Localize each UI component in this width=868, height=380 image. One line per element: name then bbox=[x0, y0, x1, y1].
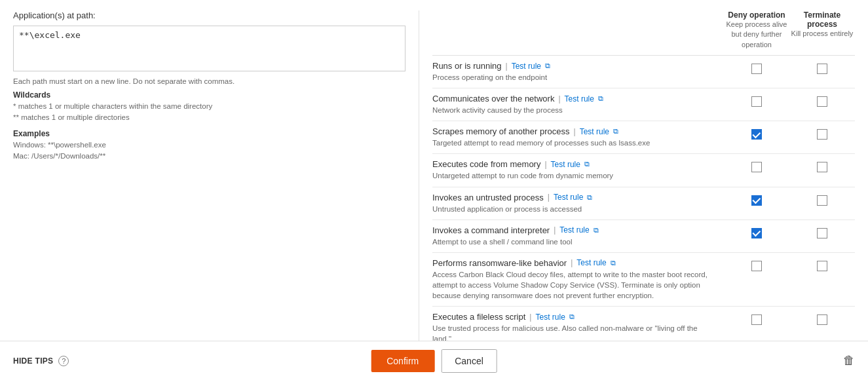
example-line-2: Mac: /Users/*/Downloads/** bbox=[13, 151, 406, 162]
test-rule-link-0[interactable]: Test rule bbox=[512, 62, 541, 71]
rule-checkboxes-0 bbox=[724, 61, 855, 74]
terminate-subtitle: Kill process entirely bbox=[789, 29, 855, 39]
separator-2: | bbox=[574, 127, 576, 136]
rule-name-text-0: Runs or is running bbox=[432, 61, 502, 71]
deny-subtitle: Keep process alive but deny further oper… bbox=[724, 20, 789, 50]
deny-cell-1[interactable] bbox=[724, 95, 789, 107]
rule-name-6: Performs ransomware-like behavior | Test… bbox=[432, 258, 717, 268]
deny-checkbox-7[interactable] bbox=[751, 314, 762, 325]
wildcard-line-1: * matches 1 or multiple characters withi… bbox=[13, 101, 406, 112]
delete-icon[interactable]: 🗑 bbox=[843, 354, 855, 368]
deny-cell-0[interactable] bbox=[724, 62, 789, 74]
ext-link-icon-0[interactable]: ⧉ bbox=[545, 62, 550, 70]
cancel-button[interactable]: Cancel bbox=[441, 349, 497, 373]
test-rule-link-1[interactable]: Test rule bbox=[565, 94, 594, 104]
terminate-title: Terminate process bbox=[789, 10, 855, 29]
deny-checkbox-5[interactable] bbox=[751, 228, 762, 238]
deny-cell-7[interactable] bbox=[724, 313, 789, 325]
terminate-cell-5[interactable] bbox=[789, 227, 855, 238]
terminate-checkbox-5[interactable] bbox=[817, 228, 827, 238]
terminate-cell-3[interactable] bbox=[789, 161, 855, 172]
rule-name-7: Executes a fileless script | Test rule ⧉ bbox=[432, 312, 717, 322]
separator-1: | bbox=[558, 94, 560, 104]
terminate-cell-6[interactable] bbox=[789, 259, 855, 271]
deny-checkbox-0[interactable] bbox=[751, 64, 762, 74]
columns-header: Deny operation Keep process alive but de… bbox=[432, 10, 855, 56]
rule-checkboxes-6 bbox=[724, 258, 855, 271]
rule-name-text-3: Executes code from memory bbox=[432, 159, 540, 169]
rule-row: Communicates over the network | Test rul… bbox=[432, 88, 855, 121]
terminate-column-header: Terminate process Kill process entirely bbox=[789, 10, 855, 50]
rule-desc-6: Access Carbon Black Cloud decoy files, a… bbox=[432, 269, 717, 301]
terminate-cell-1[interactable] bbox=[789, 95, 855, 107]
rule-info-4: Invokes an untrusted process | Test rule… bbox=[432, 193, 724, 214]
deny-checkbox-2[interactable] bbox=[751, 129, 762, 140]
rule-row: Performs ransomware-like behavior | Test… bbox=[432, 253, 855, 307]
terminate-checkbox-0[interactable] bbox=[817, 64, 827, 74]
test-rule-link-4[interactable]: Test rule bbox=[554, 193, 583, 202]
path-textarea[interactable]: **\excel.exe bbox=[13, 26, 406, 71]
terminate-checkbox-1[interactable] bbox=[817, 96, 827, 107]
ext-link-icon-3[interactable]: ⧉ bbox=[584, 160, 590, 168]
confirm-button[interactable]: Confirm bbox=[371, 350, 434, 372]
deny-column-header: Deny operation Keep process alive but de… bbox=[724, 10, 789, 50]
separator-7: | bbox=[529, 313, 531, 322]
separator-5: | bbox=[554, 225, 556, 235]
terminate-cell-2[interactable] bbox=[789, 128, 855, 140]
deny-title: Deny operation bbox=[724, 10, 789, 20]
rule-name-5: Invokes a command interpreter | Test rul… bbox=[432, 225, 717, 235]
ext-link-icon-7[interactable]: ⧉ bbox=[569, 313, 575, 321]
terminate-cell-7[interactable] bbox=[789, 313, 855, 325]
rule-info-7: Executes a fileless script | Test rule ⧉… bbox=[432, 312, 724, 344]
terminate-checkbox-2[interactable] bbox=[817, 129, 827, 140]
test-rule-link-7[interactable]: Test rule bbox=[535, 313, 565, 322]
ext-link-icon-1[interactable]: ⧉ bbox=[598, 94, 603, 103]
help-icon[interactable]: ? bbox=[58, 356, 69, 366]
rule-name-text-1: Communicates over the network bbox=[432, 94, 554, 104]
deny-checkbox-6[interactable] bbox=[751, 261, 762, 271]
test-rule-link-6[interactable]: Test rule bbox=[576, 258, 606, 267]
rule-info-1: Communicates over the network | Test rul… bbox=[432, 94, 724, 115]
terminate-checkbox-3[interactable] bbox=[817, 162, 827, 172]
deny-checkbox-1[interactable] bbox=[751, 96, 762, 107]
ext-link-icon-4[interactable]: ⧉ bbox=[587, 193, 592, 202]
separator-4: | bbox=[548, 193, 550, 202]
rule-row: Runs or is running | Test rule ⧉ Process… bbox=[432, 56, 855, 88]
deny-checkbox-4[interactable] bbox=[751, 195, 762, 206]
deny-cell-2[interactable] bbox=[724, 128, 789, 140]
separator-0: | bbox=[506, 62, 508, 71]
terminate-cell-4[interactable] bbox=[789, 194, 855, 206]
rule-info-6: Performs ransomware-like behavior | Test… bbox=[432, 258, 724, 301]
terminate-checkbox-4[interactable] bbox=[817, 195, 827, 206]
terminate-cell-0[interactable] bbox=[789, 62, 855, 74]
deny-cell-4[interactable] bbox=[724, 194, 789, 206]
terminate-checkbox-7[interactable] bbox=[817, 314, 827, 325]
hide-tips-button[interactable]: HIDE TIPS bbox=[13, 356, 53, 366]
deny-cell-3[interactable] bbox=[724, 161, 789, 172]
rule-name-1: Communicates over the network | Test rul… bbox=[432, 94, 717, 104]
rule-checkboxes-2 bbox=[724, 126, 855, 140]
deny-cell-6[interactable] bbox=[724, 259, 789, 271]
example-line-1: Windows: **\powershell.exe bbox=[13, 140, 406, 151]
rule-name-0: Runs or is running | Test rule ⧉ bbox=[432, 61, 717, 71]
rule-desc-2: Targeted attempt to read memory of proce… bbox=[432, 138, 717, 148]
ext-link-icon-5[interactable]: ⧉ bbox=[594, 226, 599, 235]
rule-checkboxes-3 bbox=[724, 159, 855, 172]
path-hint: Each path must start on a new line. Do n… bbox=[13, 77, 406, 85]
ext-link-icon-2[interactable]: ⧉ bbox=[613, 127, 618, 136]
deny-cell-5[interactable] bbox=[724, 227, 789, 238]
test-rule-link-2[interactable]: Test rule bbox=[580, 127, 609, 136]
terminate-checkbox-6[interactable] bbox=[817, 261, 827, 271]
test-rule-link-5[interactable]: Test rule bbox=[559, 225, 589, 235]
separator-3: | bbox=[544, 160, 546, 169]
path-section-title: Application(s) at path: bbox=[13, 10, 406, 20]
rule-checkboxes-7 bbox=[724, 312, 855, 325]
rule-desc-3: Untargeted attempt to run code from dyna… bbox=[432, 170, 717, 181]
rule-name-text-6: Performs ransomware-like behavior bbox=[432, 258, 567, 268]
deny-checkbox-3[interactable] bbox=[751, 162, 762, 172]
separator-6: | bbox=[571, 258, 573, 267]
ext-link-icon-6[interactable]: ⧉ bbox=[611, 259, 616, 267]
rule-name-2: Scrapes memory of another process | Test… bbox=[432, 126, 717, 136]
bottom-bar: HIDE TIPS ? Confirm Cancel 🗑 bbox=[0, 341, 868, 380]
test-rule-link-3[interactable]: Test rule bbox=[551, 160, 580, 169]
